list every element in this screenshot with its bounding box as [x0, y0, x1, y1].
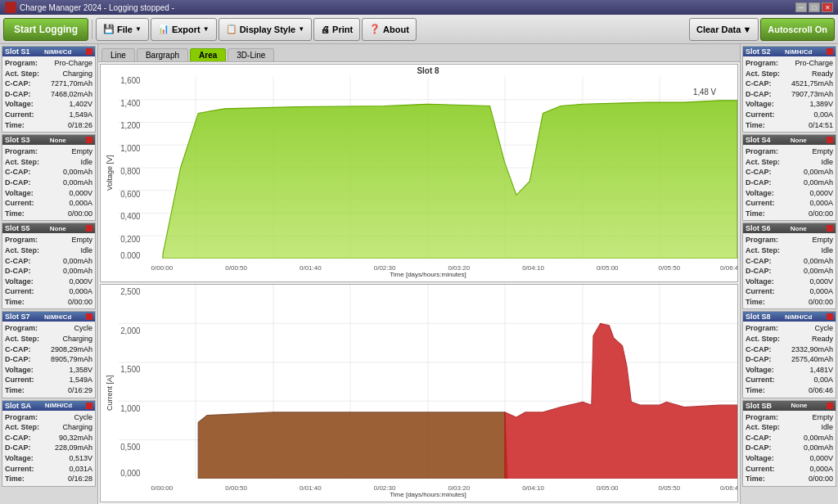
voltage-y-label: Voltage [V]	[101, 65, 119, 281]
slot-dcap-row-S7: D-CAP: 8905,79mAh	[5, 354, 92, 365]
slot-dcap-row-SA: D-CAP: 228,09mAh	[5, 443, 92, 453]
toolbar: Start Logging 💾 File ▼ 📊 Export ▼ 📋 Disp…	[0, 15, 838, 44]
slot-card-S6: Slot S6 None Program: Empty Act. Step: I…	[742, 223, 836, 309]
slot-dcap-row-S4: D-CAP: 0,00mAh	[746, 178, 833, 188]
slot-dcap-row-S8: D-CAP: 2575,40mAh	[746, 354, 833, 365]
slot-card-S7: Slot S7 NiMH/Cd Program: Cycle Act. Step…	[2, 311, 96, 398]
chart-tab-3dline[interactable]: 3D-Line	[228, 48, 274, 61]
slot-ccap-row-S6: C-CAP: 0,00mAh	[746, 256, 833, 267]
svg-text:0/05:00: 0/05:00	[597, 264, 619, 272]
slot-id-S3: Slot S3	[5, 136, 30, 144]
slot-ccap-row-S2: C-CAP: 4521,75mAh	[746, 79, 833, 89]
export-button[interactable]: 📊 Export ▼	[151, 18, 217, 41]
slot-header-S5: Slot S5 None	[2, 223, 95, 233]
charts-container: Voltage [V] Slot 8	[98, 62, 740, 504]
svg-marker-52	[198, 412, 507, 479]
about-button[interactable]: ❓ About	[362, 18, 417, 41]
slot-type-S4: None	[791, 137, 807, 144]
svg-text:0,000: 0,000	[120, 251, 141, 259]
svg-text:2,000: 2,000	[120, 325, 140, 335]
slot-card-S5: Slot S5 None Program: Empty Act. Step: I…	[2, 223, 96, 309]
slot-program-row-SA: Program: Cycle	[5, 412, 92, 423]
slot-dcap-row-S5: D-CAP: 0,00mAh	[5, 266, 92, 277]
file-button[interactable]: 💾 File ▼	[96, 18, 149, 41]
slot-indicator-S5	[86, 225, 92, 232]
voltage-svg-container: 1,600 1,400 1,200 1,000 0,800 0,600 0,40…	[119, 77, 737, 259]
slot-id-SB: Slot SB	[746, 402, 772, 410]
clear-data-button[interactable]: Clear Data ▼	[689, 18, 759, 41]
slot-voltage-row-S4: Voltage: 0,000V	[746, 188, 833, 199]
print-button[interactable]: 🖨 Print	[313, 18, 360, 41]
chart-tabs: LineBargraphArea3D-Line	[98, 44, 740, 62]
slot-voltage-row-S8: Voltage: 1,481V	[746, 365, 833, 376]
slot-current-row-S3: Current: 0,000A	[5, 198, 92, 209]
chart-tab-area[interactable]: Area	[190, 48, 226, 61]
slot-type-S2: NiMH/Cd	[785, 48, 812, 56]
chart-tab-line[interactable]: Line	[101, 48, 135, 61]
slot-time-row-SA: Time: 0/16:28	[5, 474, 92, 484]
slot-current-row-SB: Current: 0,000A	[746, 464, 833, 475]
slot-voltage-row-S1: Voltage: 1,402V	[5, 99, 92, 110]
minimize-button[interactable]: ─	[795, 2, 807, 12]
slot-header-S4: Slot S4 None	[743, 135, 836, 145]
slot-actstep-row-S2: Act. Step: Ready	[746, 69, 833, 79]
slot-program-row-S1: Program: Pro-Charge	[5, 58, 92, 69]
current-chart-inner: 2,500 2,000 1,500 1,000 0,500 0,000	[119, 285, 737, 502]
voltage-chart-title: Slot 8	[119, 65, 737, 77]
slot-header-SB: Slot SB None	[743, 401, 836, 411]
slot-voltage-row-SB: Voltage: 0,000V	[746, 453, 833, 464]
slot-actstep-row-SA: Act. Step: Charging	[5, 422, 92, 433]
svg-text:0/01:40: 0/01:40	[300, 484, 322, 492]
svg-text:0/04:10: 0/04:10	[522, 484, 544, 492]
svg-text:0,600: 0,600	[120, 189, 141, 198]
slot-current-row-S4: Current: 0,000A	[746, 198, 833, 209]
slot-indicator-S7	[86, 313, 92, 320]
svg-text:2,500: 2,500	[120, 286, 140, 297]
slot-ccap-row-S5: C-CAP: 0,00mAh	[5, 256, 92, 267]
maximize-button[interactable]: □	[809, 2, 820, 12]
display-style-button[interactable]: 📋 Display Style ▼	[219, 18, 312, 41]
svg-text:1,200: 1,200	[120, 121, 141, 130]
svg-text:0/01:40: 0/01:40	[300, 264, 322, 272]
voltage-chart-inner: Slot 8	[119, 65, 737, 281]
slot-indicator-SB	[827, 403, 833, 409]
autoscroll-button[interactable]: Autoscroll On	[760, 18, 835, 41]
slot-header-S1: Slot S1 NiMH/Cd	[2, 47, 95, 56]
slot-type-SB: None	[791, 402, 808, 409]
slot-card-S1: Slot S1 NiMH/Cd Program: Pro-Charge Act.…	[2, 46, 96, 133]
slot-dcap-row-SB: D-CAP: 0,00mAh	[746, 443, 833, 453]
display-arrow: ▼	[298, 25, 304, 33]
slot-ccap-row-S8: C-CAP: 2332,90mAh	[746, 344, 833, 355]
file-arrow: ▼	[135, 25, 142, 33]
svg-text:Time [days/hours:minutes]: Time [days/hours:minutes]	[390, 271, 466, 278]
slot-id-S1: Slot S1	[5, 47, 30, 56]
chart-tab-bargraph[interactable]: Bargraph	[137, 48, 188, 61]
slot-card-SB: Slot SB None Program: Empty Act. Step: I…	[742, 400, 836, 487]
clear-arrow: ▼	[742, 25, 751, 34]
slot-program-row-S2: Program: Pro-Charge	[746, 58, 833, 69]
slot-time-row-S8: Time: 0/06:46	[746, 385, 833, 396]
svg-text:0/05:00: 0/05:00	[597, 484, 619, 492]
svg-text:0,200: 0,200	[120, 235, 141, 244]
slot-indicator-S4	[827, 137, 833, 143]
close-button[interactable]: ✕	[822, 2, 833, 12]
slot-type-S7: NiMH/Cd	[44, 313, 71, 321]
slot-indicator-S8	[827, 313, 833, 320]
slot-id-S5: Slot S5	[5, 224, 30, 232]
svg-marker-23	[163, 101, 737, 259]
svg-text:0,800: 0,800	[120, 167, 141, 176]
start-logging-button[interactable]: Start Logging	[3, 18, 88, 41]
slot-time-row-S6: Time: 0/00:00	[746, 297, 833, 308]
voltage-x-ticks: 0/00:00 0/00:50 0/01:40 0/02:30 0/03:20 …	[119, 260, 737, 278]
slot-current-row-S5: Current: 0,000A	[5, 286, 92, 297]
slot-actstep-row-S3: Act. Step: Idle	[5, 157, 92, 168]
slot-dcap-row-S1: D-CAP: 7468,02mAh	[5, 89, 92, 100]
slot-ccap-row-S3: C-CAP: 0,00mAh	[5, 167, 92, 178]
slot-actstep-row-S8: Act. Step: Ready	[746, 334, 833, 344]
svg-text:1,600: 1,600	[120, 77, 141, 85]
svg-text:0/00:00: 0/00:00	[151, 484, 173, 492]
svg-text:1,500: 1,500	[120, 364, 140, 375]
svg-text:0,000: 0,000	[120, 468, 140, 479]
svg-text:0/05:50: 0/05:50	[658, 484, 680, 492]
slot-id-SA: Slot SA	[5, 402, 31, 410]
